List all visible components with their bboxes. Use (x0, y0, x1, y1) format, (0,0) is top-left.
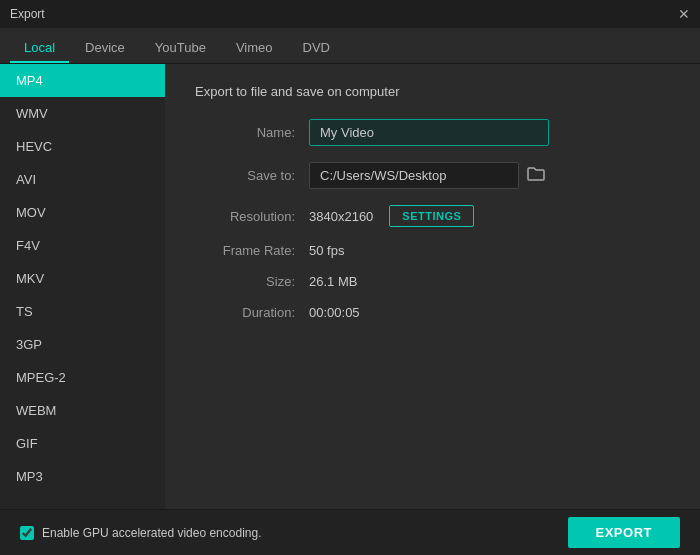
size-row: Size: 26.1 MB (195, 274, 670, 289)
sidebar-item-mov[interactable]: MOV (0, 196, 165, 229)
settings-button[interactable]: SETTINGS (389, 205, 474, 227)
sidebar-item-wmv[interactable]: WMV (0, 97, 165, 130)
path-row (309, 162, 545, 189)
sidebar-item-avi[interactable]: AVI (0, 163, 165, 196)
title-bar: Export ✕ (0, 0, 700, 28)
gpu-checkbox-text: Enable GPU accelerated video encoding. (42, 526, 261, 540)
size-label: Size: (195, 274, 295, 289)
resolution-row: Resolution: 3840x2160 SETTINGS (195, 205, 670, 227)
tab-local[interactable]: Local (10, 34, 69, 63)
name-row: Name: (195, 119, 670, 146)
resolution-value-row: 3840x2160 SETTINGS (309, 205, 474, 227)
framerate-label: Frame Rate: (195, 243, 295, 258)
name-input[interactable] (309, 119, 549, 146)
sidebar-item-mp4[interactable]: MP4 (0, 64, 165, 97)
resolution-value: 3840x2160 (309, 209, 373, 224)
sidebar-item-mpeg2[interactable]: MPEG-2 (0, 361, 165, 394)
size-value: 26.1 MB (309, 274, 357, 289)
sidebar-item-mp3[interactable]: MP3 (0, 460, 165, 493)
tab-dvd[interactable]: DVD (289, 34, 344, 63)
window-title: Export (10, 7, 45, 21)
framerate-row: Frame Rate: 50 fps (195, 243, 670, 258)
framerate-value: 50 fps (309, 243, 344, 258)
sidebar-item-mkv[interactable]: MKV (0, 262, 165, 295)
duration-value: 00:00:05 (309, 305, 360, 320)
close-button[interactable]: ✕ (678, 7, 690, 21)
sidebar-item-gif[interactable]: GIF (0, 427, 165, 460)
duration-row: Duration: 00:00:05 (195, 305, 670, 320)
sidebar-item-webm[interactable]: WEBM (0, 394, 165, 427)
sidebar-item-f4v[interactable]: F4V (0, 229, 165, 262)
tab-vimeo[interactable]: Vimeo (222, 34, 287, 63)
content-area: Export to file and save on computer Name… (165, 64, 700, 509)
sidebar-item-3gp[interactable]: 3GP (0, 328, 165, 361)
tab-youtube[interactable]: YouTube (141, 34, 220, 63)
save-to-row: Save to: (195, 162, 670, 189)
resolution-label: Resolution: (195, 209, 295, 224)
footer: Enable GPU accelerated video encoding. E… (0, 509, 700, 555)
tab-bar: Local Device YouTube Vimeo DVD (0, 28, 700, 64)
export-button[interactable]: EXPORT (568, 517, 680, 548)
name-label: Name: (195, 125, 295, 140)
save-to-label: Save to: (195, 168, 295, 183)
sidebar-item-hevc[interactable]: HEVC (0, 130, 165, 163)
gpu-checkbox-label[interactable]: Enable GPU accelerated video encoding. (20, 526, 261, 540)
folder-button[interactable] (527, 166, 545, 186)
sidebar-item-ts[interactable]: TS (0, 295, 165, 328)
path-input[interactable] (309, 162, 519, 189)
duration-label: Duration: (195, 305, 295, 320)
tab-device[interactable]: Device (71, 34, 139, 63)
sidebar: MP4 WMV HEVC AVI MOV F4V MKV TS 3GP MPEG… (0, 64, 165, 509)
section-title: Export to file and save on computer (195, 84, 670, 99)
gpu-checkbox[interactable] (20, 526, 34, 540)
main-area: MP4 WMV HEVC AVI MOV F4V MKV TS 3GP MPEG… (0, 64, 700, 509)
